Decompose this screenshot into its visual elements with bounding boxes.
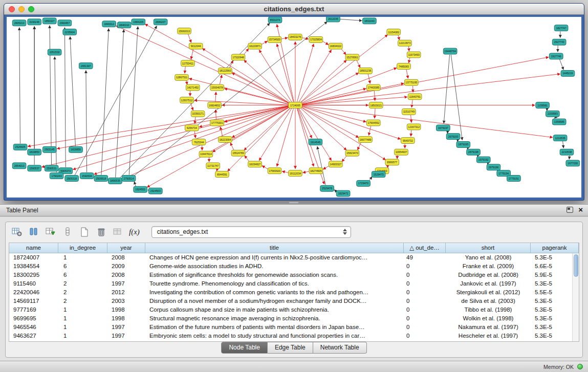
row-options-icon[interactable]	[61, 226, 74, 237]
graph-node[interactable]: 15823470	[345, 150, 359, 156]
tab-node-table[interactable]: Node Table	[221, 342, 268, 354]
graph-node[interactable]: 12213973	[398, 40, 412, 46]
graph-node[interactable]: 2684207	[154, 19, 167, 25]
new-column-icon[interactable]	[78, 226, 91, 237]
graph-node[interactable]: 16677489	[359, 137, 373, 143]
table-row[interactable]: 1830029562008Estimation of significance …	[9, 271, 579, 279]
graph-node[interactable]: 2235904	[63, 29, 77, 35]
table-scrollbar-thumb[interactable]	[574, 254, 578, 277]
column-header-6[interactable]: pagerank	[531, 243, 579, 253]
graph-node[interactable]: 15278361	[345, 54, 359, 60]
graph-node[interactable]: 1677030	[566, 160, 580, 166]
column-header-2[interactable]: year	[107, 243, 145, 253]
graph-node[interactable]: 2905318	[65, 176, 79, 182]
graph-node[interactable]: 17775301	[210, 120, 224, 126]
graph-node[interactable]: 8944591	[215, 171, 229, 178]
graph-node[interactable]: 2590531	[45, 165, 58, 171]
graph-node[interactable]: 19448794	[443, 48, 457, 54]
float-panel-icon[interactable]	[567, 207, 573, 213]
graph-node[interactable]: 17583920	[268, 168, 281, 174]
graph-node[interactable]: 15934078	[210, 84, 224, 91]
zoom-window-button[interactable]	[28, 6, 34, 12]
graph-node[interactable]: 10390171	[191, 111, 205, 117]
graph-node[interactable]: 19112034	[289, 170, 302, 177]
graph-node[interactable]: 2210538	[560, 149, 574, 155]
graph-node[interactable]: 12167312	[407, 124, 421, 130]
column-header-5[interactable]: short	[446, 243, 531, 253]
graph-node[interactable]: 17320948	[231, 54, 245, 60]
graph-node[interactable]: 1831043	[363, 18, 377, 24]
table-row[interactable]: 1938455462009Genome-wide association stu…	[9, 262, 579, 271]
graph-node[interactable]: 1846312	[102, 21, 116, 27]
graph-node[interactable]: 2903145	[42, 146, 56, 152]
graph-node[interactable]: 1359585	[552, 119, 566, 125]
graph-node[interactable]: 1590537	[28, 165, 41, 171]
graph-node[interactable]: 1445219	[561, 71, 575, 77]
graph-node[interactable]: 1790243	[50, 173, 63, 179]
graph-node[interactable]: 1927746	[549, 53, 563, 59]
panel-splitter-handle[interactable]	[289, 202, 299, 204]
graph-node[interactable]: 1210535	[553, 135, 567, 141]
graph-node[interactable]: 2879198	[467, 149, 481, 155]
graph-node[interactable]: 2779191	[507, 176, 521, 182]
graph-node[interactable]: 15524783	[231, 150, 245, 156]
table-row[interactable]: 946554611997Estimation of the future num…	[9, 323, 579, 332]
graph-node[interactable]: 11510749	[402, 108, 416, 115]
graph-node[interactable]: 1629472	[336, 190, 350, 196]
table-scrollbar[interactable]	[572, 253, 579, 341]
function-builder-icon[interactable]: f(x)	[129, 228, 140, 236]
graph-node[interactable]: 18901236	[359, 68, 373, 74]
column-header-4[interactable]: △ out_de…	[404, 243, 446, 253]
graph-node[interactable]: 18122560	[219, 68, 232, 74]
graph-node[interactable]: 1879195	[456, 142, 470, 148]
graph-node[interactable]: 1924501	[134, 186, 147, 192]
graph-node[interactable]: 8531074	[268, 17, 282, 23]
graph-node[interactable]: 14903327	[329, 161, 343, 167]
graph-node[interactable]: 15734920	[268, 36, 281, 42]
graph-node[interactable]: 1724065	[289, 102, 302, 108]
graph-node[interactable]: 17025834	[309, 36, 323, 42]
graph-node[interactable]: 1529473	[372, 171, 385, 178]
graph-node[interactable]: 2529478	[320, 185, 334, 191]
graph-node[interactable]: 2927743	[552, 39, 566, 45]
graph-node[interactable]: 18274605	[309, 168, 323, 174]
graph-node[interactable]: 11640761	[408, 94, 422, 100]
column-header-3[interactable]: title	[145, 243, 404, 253]
graph-node[interactable]: 2679193	[446, 134, 460, 140]
table-row[interactable]: 977716911998Corpus callosum shape and si…	[9, 305, 579, 314]
graph-node[interactable]: 18433276	[289, 34, 302, 40]
graph-node[interactable]: 1159581	[536, 102, 550, 108]
graph-node[interactable]: 1590534	[80, 173, 94, 179]
graph-node[interactable]: 2159583	[546, 111, 560, 117]
graph-node[interactable]: 16034827	[248, 161, 262, 167]
graph-node[interactable]: 12867511	[175, 74, 189, 80]
graph-node[interactable]: 1684205	[132, 19, 145, 25]
graph-node[interactable]: 14271452	[186, 84, 200, 91]
graph-node[interactable]: 1679197	[437, 125, 450, 131]
import-table-icon[interactable]	[112, 226, 124, 237]
close-panel-icon[interactable]: ×	[578, 207, 583, 213]
graph-node[interactable]: 2979196	[487, 164, 500, 170]
table-row[interactable]: 1456911722003Disruption of a novel membe…	[9, 297, 579, 305]
graph-node[interactable]: 2790514	[122, 176, 136, 182]
graph-node[interactable]: 7625344	[192, 139, 206, 145]
show-columns-icon[interactable]	[28, 226, 40, 237]
graph-node[interactable]: 17463085	[366, 84, 380, 91]
graph-node[interactable]: 7485083	[397, 63, 411, 70]
table-row[interactable]: 969969511998Structural magnetic resonanc…	[9, 314, 579, 323]
graph-node[interactable]: 8969577	[385, 159, 399, 165]
graph-node[interactable]: 1850327	[42, 18, 56, 24]
graph-node[interactable]: 2612035	[326, 17, 340, 22]
network-table-selector[interactable]: citations_edges.txt	[151, 226, 351, 238]
graph-node[interactable]: 16223871	[248, 43, 262, 49]
graph-node[interactable]: 2526605	[13, 144, 27, 150]
table-row[interactable]: 2242004622012Investigating the contribut…	[9, 288, 579, 297]
graph-node[interactable]: 2654013	[12, 163, 26, 169]
graph-node[interactable]: 1819853	[28, 149, 41, 155]
graph-node[interactable]: 9256734	[185, 125, 199, 131]
graph-node[interactable]: 2651307	[79, 63, 93, 69]
graph-node[interactable]: 12937512	[180, 97, 194, 103]
graph-node[interactable]: 1819856	[69, 146, 83, 152]
graph-node[interactable]: 10954907	[395, 149, 408, 155]
close-window-button[interactable]	[9, 6, 15, 12]
